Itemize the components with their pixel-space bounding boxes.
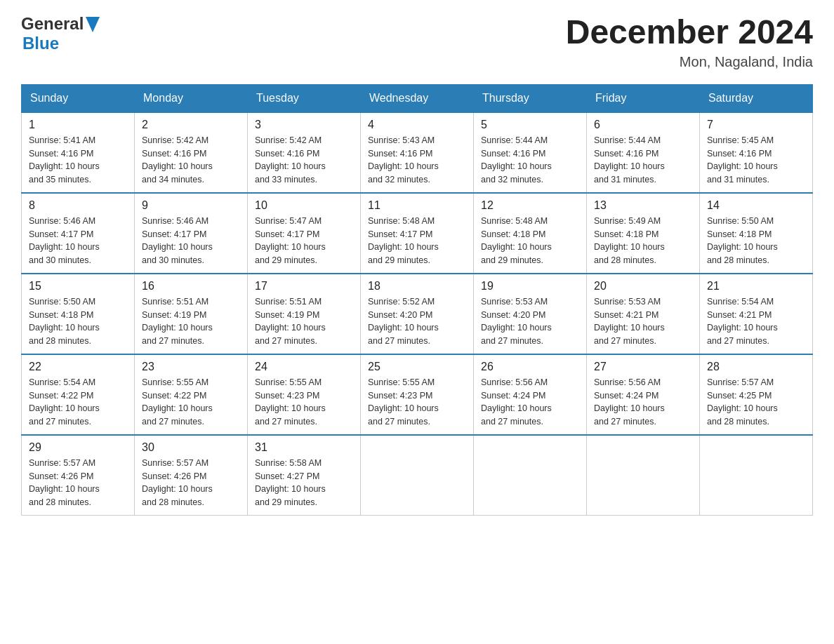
day-info: Sunrise: 5:42 AMSunset: 4:16 PMDaylight:… (142, 134, 240, 187)
logo-general: General (21, 14, 84, 34)
logo-triangle-icon (86, 17, 100, 32)
table-row: 28 Sunrise: 5:57 AMSunset: 4:25 PMDaylig… (700, 354, 813, 435)
day-number: 25 (368, 361, 466, 373)
table-row: 12 Sunrise: 5:48 AMSunset: 4:18 PMDaylig… (474, 193, 587, 274)
table-row: 1 Sunrise: 5:41 AMSunset: 4:16 PMDayligh… (22, 112, 135, 193)
table-row: 31 Sunrise: 5:58 AMSunset: 4:27 PMDaylig… (248, 435, 361, 516)
day-number: 26 (481, 361, 579, 373)
table-row: 11 Sunrise: 5:48 AMSunset: 4:17 PMDaylig… (361, 193, 474, 274)
day-number: 3 (255, 119, 353, 131)
table-row: 20 Sunrise: 5:53 AMSunset: 4:21 PMDaylig… (587, 274, 700, 354)
day-info: Sunrise: 5:42 AMSunset: 4:16 PMDaylight:… (255, 134, 353, 187)
table-row (474, 435, 587, 516)
col-monday: Monday (135, 84, 248, 112)
logo-blue: Blue (22, 34, 59, 53)
col-wednesday: Wednesday (361, 84, 474, 112)
col-tuesday: Tuesday (248, 84, 361, 112)
day-info: Sunrise: 5:44 AMSunset: 4:16 PMDaylight:… (594, 134, 692, 187)
day-number: 16 (142, 280, 240, 293)
location-subtitle: Mon, Nagaland, India (566, 54, 813, 70)
day-info: Sunrise: 5:47 AMSunset: 4:17 PMDaylight:… (255, 215, 353, 267)
day-number: 11 (368, 199, 466, 212)
table-row: 25 Sunrise: 5:55 AMSunset: 4:23 PMDaylig… (361, 354, 474, 435)
day-info: Sunrise: 5:46 AMSunset: 4:17 PMDaylight:… (29, 215, 127, 267)
table-row: 14 Sunrise: 5:50 AMSunset: 4:18 PMDaylig… (700, 193, 813, 274)
day-info: Sunrise: 5:58 AMSunset: 4:27 PMDaylight:… (255, 457, 353, 509)
day-info: Sunrise: 5:48 AMSunset: 4:18 PMDaylight:… (481, 215, 579, 267)
day-info: Sunrise: 5:54 AMSunset: 4:21 PMDaylight:… (707, 295, 805, 348)
table-row: 8 Sunrise: 5:46 AMSunset: 4:17 PMDayligh… (22, 193, 135, 274)
day-number: 20 (594, 280, 692, 293)
table-row: 30 Sunrise: 5:57 AMSunset: 4:26 PMDaylig… (135, 435, 248, 516)
day-number: 5 (481, 119, 579, 131)
day-number: 1 (29, 119, 127, 131)
day-info: Sunrise: 5:51 AMSunset: 4:19 PMDaylight:… (142, 295, 240, 348)
day-info: Sunrise: 5:55 AMSunset: 4:22 PMDaylight:… (142, 376, 240, 429)
day-info: Sunrise: 5:49 AMSunset: 4:18 PMDaylight:… (594, 215, 692, 267)
table-row: 29 Sunrise: 5:57 AMSunset: 4:26 PMDaylig… (22, 435, 135, 516)
svg-marker-0 (86, 17, 100, 32)
day-number: 15 (29, 280, 127, 293)
day-number: 27 (594, 361, 692, 373)
day-info: Sunrise: 5:55 AMSunset: 4:23 PMDaylight:… (368, 376, 466, 429)
table-row: 19 Sunrise: 5:53 AMSunset: 4:20 PMDaylig… (474, 274, 587, 354)
calendar-header-row: Sunday Monday Tuesday Wednesday Thursday… (22, 84, 813, 112)
day-number: 2 (142, 119, 240, 131)
calendar-week-row: 8 Sunrise: 5:46 AMSunset: 4:17 PMDayligh… (22, 193, 813, 274)
table-row: 3 Sunrise: 5:42 AMSunset: 4:16 PMDayligh… (248, 112, 361, 193)
day-info: Sunrise: 5:57 AMSunset: 4:25 PMDaylight:… (707, 376, 805, 429)
table-row: 10 Sunrise: 5:47 AMSunset: 4:17 PMDaylig… (248, 193, 361, 274)
table-row: 27 Sunrise: 5:56 AMSunset: 4:24 PMDaylig… (587, 354, 700, 435)
day-info: Sunrise: 5:57 AMSunset: 4:26 PMDaylight:… (29, 457, 127, 509)
calendar-week-row: 29 Sunrise: 5:57 AMSunset: 4:26 PMDaylig… (22, 435, 813, 516)
day-number: 6 (594, 119, 692, 131)
table-row: 5 Sunrise: 5:44 AMSunset: 4:16 PMDayligh… (474, 112, 587, 193)
calendar-week-row: 1 Sunrise: 5:41 AMSunset: 4:16 PMDayligh… (22, 112, 813, 193)
day-number: 30 (142, 441, 240, 454)
table-row: 13 Sunrise: 5:49 AMSunset: 4:18 PMDaylig… (587, 193, 700, 274)
day-info: Sunrise: 5:50 AMSunset: 4:18 PMDaylight:… (707, 215, 805, 267)
table-row: 4 Sunrise: 5:43 AMSunset: 4:16 PMDayligh… (361, 112, 474, 193)
day-info: Sunrise: 5:41 AMSunset: 4:16 PMDaylight:… (29, 134, 127, 187)
col-friday: Friday (587, 84, 700, 112)
calendar-week-row: 22 Sunrise: 5:54 AMSunset: 4:22 PMDaylig… (22, 354, 813, 435)
month-year-title: December 2024 (566, 14, 813, 51)
day-info: Sunrise: 5:56 AMSunset: 4:24 PMDaylight:… (594, 376, 692, 429)
table-row: 18 Sunrise: 5:52 AMSunset: 4:20 PMDaylig… (361, 274, 474, 354)
day-info: Sunrise: 5:54 AMSunset: 4:22 PMDaylight:… (29, 376, 127, 429)
day-info: Sunrise: 5:52 AMSunset: 4:20 PMDaylight:… (368, 295, 466, 348)
day-info: Sunrise: 5:57 AMSunset: 4:26 PMDaylight:… (142, 457, 240, 509)
day-number: 4 (368, 119, 466, 131)
calendar-week-row: 15 Sunrise: 5:50 AMSunset: 4:18 PMDaylig… (22, 274, 813, 354)
table-row: 24 Sunrise: 5:55 AMSunset: 4:23 PMDaylig… (248, 354, 361, 435)
table-row: 9 Sunrise: 5:46 AMSunset: 4:17 PMDayligh… (135, 193, 248, 274)
table-row: 16 Sunrise: 5:51 AMSunset: 4:19 PMDaylig… (135, 274, 248, 354)
day-number: 12 (481, 199, 579, 212)
day-info: Sunrise: 5:55 AMSunset: 4:23 PMDaylight:… (255, 376, 353, 429)
col-sunday: Sunday (22, 84, 135, 112)
day-number: 13 (594, 199, 692, 212)
day-info: Sunrise: 5:44 AMSunset: 4:16 PMDaylight:… (481, 134, 579, 187)
day-number: 24 (255, 361, 353, 373)
title-section: December 2024 Mon, Nagaland, India (566, 14, 813, 70)
table-row: 21 Sunrise: 5:54 AMSunset: 4:21 PMDaylig… (700, 274, 813, 354)
day-info: Sunrise: 5:53 AMSunset: 4:20 PMDaylight:… (481, 295, 579, 348)
day-number: 14 (707, 199, 805, 212)
table-row: 26 Sunrise: 5:56 AMSunset: 4:24 PMDaylig… (474, 354, 587, 435)
day-number: 8 (29, 199, 127, 212)
col-saturday: Saturday (700, 84, 813, 112)
day-number: 10 (255, 199, 353, 212)
logo: General Blue (21, 14, 100, 53)
table-row (700, 435, 813, 516)
day-info: Sunrise: 5:48 AMSunset: 4:17 PMDaylight:… (368, 215, 466, 267)
table-row: 6 Sunrise: 5:44 AMSunset: 4:16 PMDayligh… (587, 112, 700, 193)
day-info: Sunrise: 5:56 AMSunset: 4:24 PMDaylight:… (481, 376, 579, 429)
table-row: 2 Sunrise: 5:42 AMSunset: 4:16 PMDayligh… (135, 112, 248, 193)
day-info: Sunrise: 5:46 AMSunset: 4:17 PMDaylight:… (142, 215, 240, 267)
day-number: 31 (255, 441, 353, 454)
day-number: 22 (29, 361, 127, 373)
day-info: Sunrise: 5:51 AMSunset: 4:19 PMDaylight:… (255, 295, 353, 348)
day-number: 9 (142, 199, 240, 212)
day-number: 7 (707, 119, 805, 131)
day-number: 29 (29, 441, 127, 454)
